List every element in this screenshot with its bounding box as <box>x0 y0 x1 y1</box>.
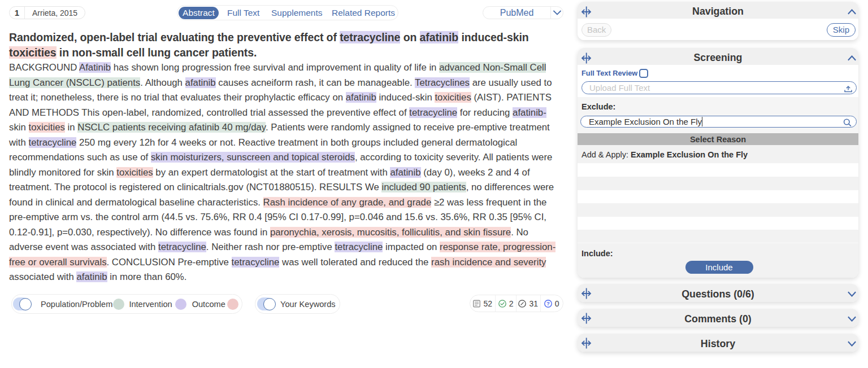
svg-text:?: ? <box>546 300 550 306</box>
